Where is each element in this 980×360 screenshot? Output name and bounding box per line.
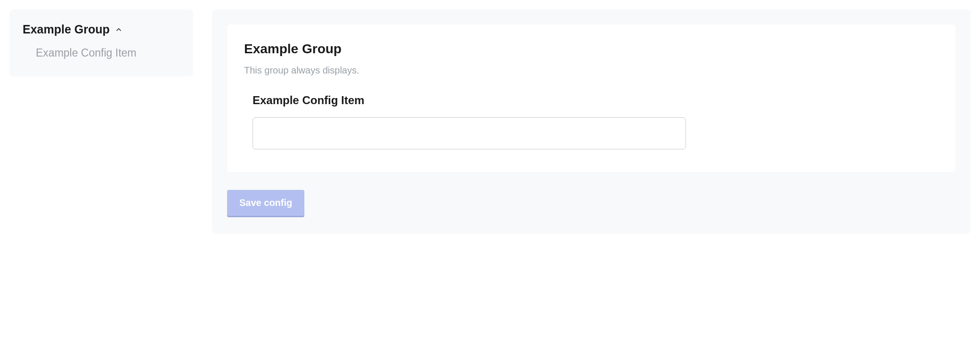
config-item: Example Config Item [244, 94, 939, 149]
config-layout: Example Group Example Config Item Exampl… [9, 9, 971, 234]
sidebar-items: Example Config Item [23, 47, 180, 59]
sidebar: Example Group Example Config Item [9, 9, 193, 76]
save-config-button[interactable]: Save config [227, 190, 304, 216]
config-item-label: Example Config Item [253, 94, 939, 107]
sidebar-group-title: Example Group [23, 23, 110, 36]
main-panel: Example Group This group always displays… [212, 9, 971, 234]
chevron-up-icon [114, 25, 123, 34]
sidebar-group-toggle[interactable]: Example Group [23, 23, 180, 36]
group-description: This group always displays. [244, 65, 939, 76]
group-title: Example Group [244, 41, 939, 57]
config-item-input[interactable] [253, 117, 686, 149]
config-group-card: Example Group This group always displays… [227, 25, 956, 172]
sidebar-item-example-config[interactable]: Example Config Item [36, 47, 180, 59]
